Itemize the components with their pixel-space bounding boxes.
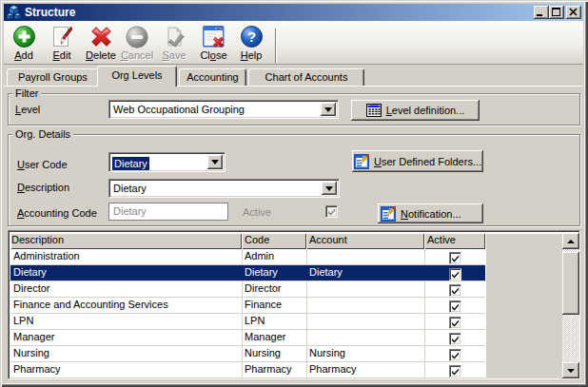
svg-text:?: ? xyxy=(246,29,255,45)
